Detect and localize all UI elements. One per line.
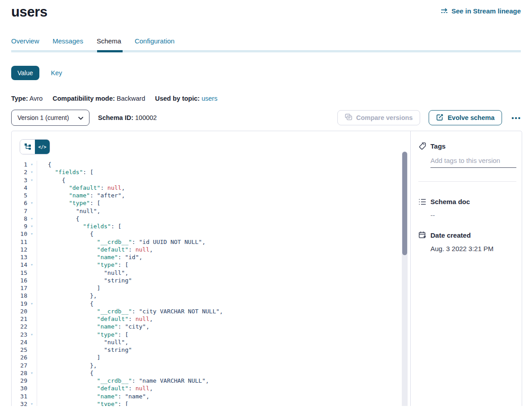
code-line[interactable]: "null",: [48, 338, 410, 346]
gutter-row: 7: [12, 207, 37, 215]
code-view-icon: </>: [38, 145, 46, 149]
schema-type-value: Avro: [30, 95, 43, 102]
fold-toggle-icon[interactable]: ▾: [27, 261, 36, 269]
tags-title: Tags: [430, 142, 446, 150]
chevron-down-icon: [78, 114, 83, 121]
code-line[interactable]: {: [48, 230, 410, 238]
fold-toggle-icon[interactable]: ▾: [27, 369, 36, 377]
fold-toggle-icon[interactable]: ▾: [27, 199, 36, 207]
code-line[interactable]: "null",: [48, 269, 410, 277]
fold-toggle-icon[interactable]: ▾: [27, 222, 36, 230]
code-content[interactable]: { "fields": [ { "default": null, "name":…: [37, 161, 410, 406]
code-line[interactable]: {: [48, 161, 410, 168]
gutter-row: 4: [12, 184, 37, 192]
line-number: 26: [12, 354, 27, 361]
line-number: 2: [12, 168, 27, 176]
code-line[interactable]: "name": "name",: [48, 393, 410, 400]
fold-toggle-icon[interactable]: ▾: [27, 331, 36, 338]
code-line[interactable]: "__crdb__": "city VARCHAR NOT NULL",: [48, 308, 410, 315]
schema-doc-value: --: [430, 211, 516, 219]
code-line[interactable]: {: [48, 300, 410, 308]
view-mode-toggle: </>: [20, 139, 50, 154]
tabs: Overview Messages Schema Configuration: [0, 37, 532, 45]
add-tags-input[interactable]: [430, 156, 516, 168]
fold-toggle-icon[interactable]: ▾: [27, 300, 36, 308]
code-line[interactable]: {: [48, 215, 410, 222]
gutter-row: 29: [12, 377, 37, 384]
version-select[interactable]: Version 1 (current): [11, 110, 89, 126]
gutter-row: 22: [12, 323, 37, 330]
code-line[interactable]: "default": null,: [48, 384, 410, 392]
code-line[interactable]: "fields": [: [48, 168, 410, 176]
code-line[interactable]: "__crdb__": "id UUID NOT NULL",: [48, 238, 410, 246]
code-line[interactable]: "name": "id",: [48, 253, 410, 261]
fold-toggle-icon[interactable]: ▾: [27, 161, 36, 168]
evolve-schema-button[interactable]: Evolve schema: [429, 110, 502, 125]
line-number: 19: [12, 300, 27, 308]
code-line[interactable]: "string": [48, 277, 410, 284]
fold-toggle-icon[interactable]: ▾: [27, 168, 36, 176]
code-line[interactable]: {: [48, 369, 410, 377]
code-line[interactable]: },: [48, 362, 410, 369]
code-line[interactable]: "type": [: [48, 400, 410, 406]
code-view-button[interactable]: </>: [35, 140, 50, 154]
code-line[interactable]: "default": null,: [48, 246, 410, 253]
stream-lineage-link[interactable]: See in Stream lineage: [441, 7, 521, 15]
code-line[interactable]: "fields": [: [48, 222, 410, 230]
schema-id-value: 100002: [135, 114, 157, 121]
schema-sidebar: Tags Schema doc --: [411, 131, 522, 406]
code-area: 1▾2▾3▾456▾78▾9▾10▾11121314▾1516171819▾20…: [12, 161, 410, 406]
line-number: 10: [12, 230, 27, 238]
code-line[interactable]: "null",: [48, 207, 410, 215]
editor-scrollbar-thumb[interactable]: [402, 152, 407, 255]
code-line[interactable]: ]: [48, 354, 410, 361]
value-toggle-button[interactable]: Value: [11, 66, 39, 80]
gutter-row: 31: [12, 393, 37, 400]
gutter-row: 8▾: [12, 215, 37, 222]
gutter-row: 18: [12, 292, 37, 299]
date-created-section: Date created Aug. 3 2022 3:21 PM: [418, 231, 516, 252]
compatibility-mode-value: Backward: [117, 95, 145, 102]
fold-toggle-icon[interactable]: ▾: [27, 215, 36, 222]
code-line[interactable]: "name": "after",: [48, 192, 410, 199]
schema-panel: </> 1▾2▾3▾456▾78▾9▾10▾11121314▾151617181…: [11, 131, 522, 406]
line-number: 30: [12, 384, 27, 392]
gutter-row: 9▾: [12, 222, 37, 230]
code-line[interactable]: "default": null,: [48, 184, 410, 192]
line-number: 5: [12, 192, 27, 199]
line-number: 17: [12, 284, 27, 292]
tab-underline: [11, 50, 521, 52]
code-line[interactable]: "type": [: [48, 199, 410, 207]
topic-link[interactable]: users: [201, 95, 217, 102]
key-toggle-button[interactable]: Key: [51, 69, 62, 77]
tab-configuration[interactable]: Configuration: [135, 37, 174, 45]
date-created-value: Aug. 3 2022 3:21 PM: [430, 245, 516, 252]
gutter-row: 25: [12, 346, 37, 354]
fold-toggle-icon[interactable]: ▾: [27, 176, 36, 184]
code-line[interactable]: },: [48, 292, 410, 299]
tab-messages[interactable]: Messages: [53, 37, 83, 45]
code-line[interactable]: "type": [: [48, 331, 410, 338]
editor-scrollbar[interactable]: [402, 151, 408, 406]
fold-toggle-icon[interactable]: ▾: [27, 400, 36, 406]
tab-schema[interactable]: Schema: [97, 37, 121, 45]
gutter-row: 19▾: [12, 300, 37, 308]
line-number: 4: [12, 184, 27, 192]
code-line[interactable]: "type": [: [48, 261, 410, 269]
stream-lineage-label: See in Stream lineage: [451, 7, 521, 15]
gutter-row: 30: [12, 384, 37, 392]
tab-overview[interactable]: Overview: [11, 37, 39, 45]
fold-toggle-icon[interactable]: ▾: [27, 230, 36, 238]
code-line[interactable]: "default": null,: [48, 315, 410, 323]
code-line[interactable]: "string": [48, 346, 410, 354]
gutter-row: 28▾: [12, 369, 37, 377]
tree-view-button[interactable]: [20, 140, 35, 154]
code-line[interactable]: ]: [48, 284, 410, 292]
code-line[interactable]: "__crdb__": "name VARCHAR NULL",: [48, 377, 410, 384]
line-number: 13: [12, 253, 27, 261]
code-line[interactable]: "name": "city",: [48, 323, 410, 330]
gutter-row: 27: [12, 362, 37, 369]
compare-versions-button[interactable]: Compare versions: [337, 110, 421, 125]
code-line[interactable]: {: [48, 176, 410, 184]
more-options-button[interactable]: •••: [511, 114, 522, 122]
